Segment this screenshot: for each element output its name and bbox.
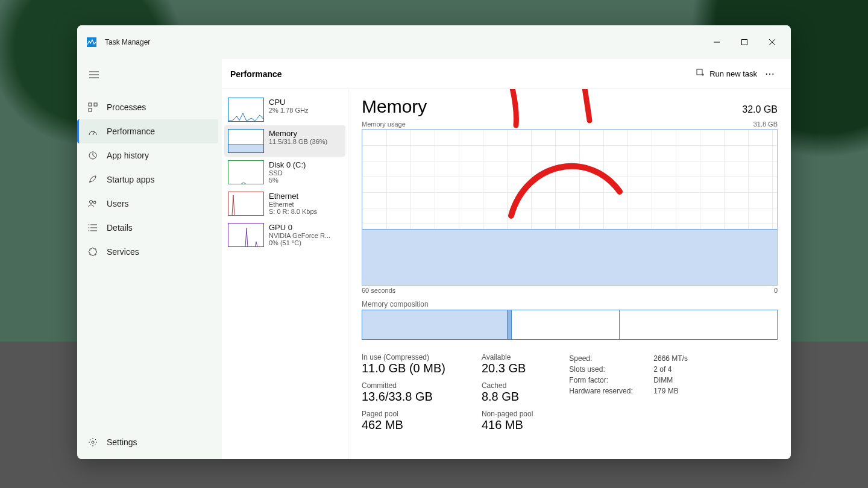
perf-item-gpu[interactable]: GPU 0 NVIDIA GeForce R... 0% (51 °C) — [224, 219, 345, 251]
sidebar-item-startup[interactable]: Startup apps — [77, 167, 218, 192]
axis-left: 60 seconds — [362, 287, 395, 294]
ethernet-thumb — [228, 192, 264, 216]
comp-inuse — [362, 310, 508, 339]
svg-point-19 — [89, 228, 89, 228]
paged-value: 462 MB — [362, 418, 445, 432]
close-button[interactable] — [758, 30, 786, 54]
nav-sidebar: Processes Performance App history Startu… — [77, 59, 222, 459]
gpu-thumb — [228, 223, 264, 247]
run-task-icon — [696, 69, 705, 79]
speed-v: 2666 MT/s — [653, 353, 688, 364]
comp-modified — [508, 310, 512, 339]
svg-point-13 — [90, 201, 93, 204]
sidebar-item-performance[interactable]: Performance — [77, 119, 218, 143]
axis-right: 0 — [774, 287, 778, 294]
speed-k: Speed: — [569, 353, 635, 364]
app-icon — [87, 37, 96, 47]
sidebar-item-label: Startup apps — [107, 175, 154, 184]
avail-label: Available — [482, 353, 533, 361]
grid-icon — [87, 102, 98, 113]
main-header: Performance Run new task ⋯ — [222, 59, 791, 89]
titlebar[interactable]: Task Manager — [77, 25, 791, 59]
app-title: Task Manager — [105, 38, 150, 46]
slots-v: 2 of 4 — [653, 364, 671, 375]
memory-thumb — [228, 129, 264, 153]
sidebar-item-apphistory[interactable]: App history — [77, 143, 218, 167]
more-button[interactable]: ⋯ — [762, 68, 779, 80]
performance-list: CPU 2% 1.78 GHz Memory 11.5/31.8 GB (36%… — [222, 89, 348, 459]
perf-item-ethernet[interactable]: Ethernet Ethernet S: 0 R: 8.0 Kbps — [224, 188, 345, 219]
hamburger-button[interactable] — [82, 64, 106, 86]
memory-usage-chart[interactable] — [362, 129, 778, 286]
avail-value: 20.3 GB — [482, 361, 533, 375]
sidebar-item-label: Settings — [107, 437, 137, 447]
slots-k: Slots used: — [569, 364, 635, 375]
main-panel: Performance Run new task ⋯ CPU — [222, 59, 791, 459]
cached-value: 8.8 GB — [482, 390, 533, 404]
perf-name: CPU — [269, 98, 342, 107]
memory-hw-table: Speed:2666 MT/s Slots used:2 of 4 Form f… — [569, 353, 688, 432]
svg-marker-21 — [89, 248, 97, 256]
memory-detail-pane: Memory 32.0 GB Memory usage 31.8 GB 60 s… — [348, 89, 791, 459]
svg-rect-10 — [89, 108, 92, 111]
perf-item-cpu[interactable]: CPU 2% 1.78 GHz — [224, 94, 345, 125]
nonpaged-label: Non-paged pool — [482, 410, 533, 418]
perf-sub: NVIDIA GeForce R... — [269, 232, 342, 239]
sidebar-item-label: Details — [107, 223, 133, 233]
hw-v: 179 MB — [653, 386, 678, 396]
sidebar-item-label: App history — [107, 151, 149, 160]
perf-sub2: 5% — [269, 177, 342, 184]
perf-sub2: 0% (51 °C) — [269, 239, 342, 246]
svg-point-14 — [93, 201, 96, 204]
speed-icon — [87, 126, 98, 137]
sidebar-item-label: Processes — [107, 102, 146, 112]
history-icon — [87, 150, 98, 161]
sidebar-item-processes[interactable]: Processes — [77, 95, 218, 119]
sidebar-item-settings[interactable]: Settings — [77, 430, 218, 454]
run-new-task-button[interactable]: Run new task — [691, 66, 762, 81]
memory-usage-fill — [362, 229, 777, 285]
form-v: DIMM — [653, 375, 673, 386]
paged-label: Paged pool — [362, 410, 445, 418]
committed-label: Committed — [362, 381, 445, 390]
page-title: Performance — [230, 69, 282, 79]
hw-k: Hardware reserved: — [569, 386, 635, 396]
usage-label-right: 31.8 GB — [753, 120, 778, 128]
perf-sub: SSD — [269, 169, 342, 177]
sidebar-item-details[interactable]: Details — [77, 216, 218, 240]
memory-composition-bar[interactable] — [362, 310, 778, 340]
cached-label: Cached — [482, 381, 533, 390]
perf-item-disk[interactable]: Disk 0 (C:) SSD 5% — [224, 157, 345, 188]
settings-icon — [87, 437, 98, 448]
cpu-thumb — [228, 98, 264, 122]
comp-free — [620, 310, 777, 339]
svg-line-11 — [93, 132, 95, 135]
gear-icon — [87, 246, 98, 257]
perf-sub2: S: 0 R: 8.0 Kbps — [269, 208, 342, 215]
perf-item-memory[interactable]: Memory 11.5/31.8 GB (36%) — [224, 125, 345, 157]
form-k: Form factor: — [569, 375, 635, 386]
committed-value: 13.6/33.8 GB — [362, 390, 445, 404]
sidebar-item-services[interactable]: Services — [77, 240, 218, 264]
detail-total: 32.0 GB — [742, 104, 778, 115]
perf-name: Disk 0 (C:) — [269, 160, 342, 169]
svg-rect-8 — [89, 103, 92, 106]
svg-rect-9 — [94, 103, 97, 106]
minimize-button[interactable] — [703, 30, 731, 54]
sidebar-item-label: Performance — [107, 127, 155, 136]
maximize-button[interactable] — [731, 30, 758, 54]
sidebar-item-label: Services — [107, 247, 139, 257]
svg-point-22 — [92, 441, 94, 443]
memory-stats: In use (Compressed) 11.0 GB (0 MB) Commi… — [362, 353, 778, 432]
composition-label: Memory composition — [362, 300, 778, 308]
perf-sub: Ethernet — [269, 201, 342, 208]
run-task-label: Run new task — [709, 69, 757, 78]
svg-rect-2 — [742, 40, 747, 45]
disk-thumb — [228, 160, 264, 184]
inuse-value: 11.0 GB (0 MB) — [362, 361, 445, 375]
sidebar-item-users[interactable]: Users — [77, 192, 218, 216]
svg-rect-23 — [697, 69, 702, 75]
users-icon — [87, 198, 98, 209]
detail-title: Memory — [362, 96, 427, 117]
inuse-label: In use (Compressed) — [362, 353, 445, 361]
